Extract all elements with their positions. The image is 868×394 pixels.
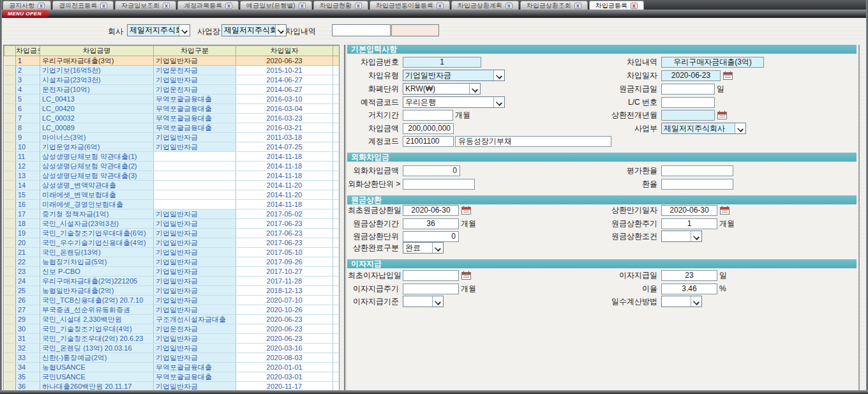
repay-cycle-input[interactable]: 1 <box>661 218 717 229</box>
cell-loan-name[interactable]: 국민_기술창조기업우대대출(6억) <box>40 229 154 238</box>
cell-loan-name[interactable]: 삼성생명_변액약관대출 <box>40 181 154 190</box>
cell-loan-name[interactable]: 삼성생명단체보험 약관대출(2) <box>40 162 154 171</box>
cell-loan-date[interactable]: 2014-11-18 <box>236 200 333 209</box>
cell-loan-name[interactable]: LC_00413 <box>40 95 154 104</box>
cell-loan-code[interactable]: 26 <box>16 296 40 305</box>
cell-loan-code[interactable]: 24 <box>16 277 40 286</box>
grace-period-input[interactable] <box>403 110 453 121</box>
table-row[interactable]: 30 국민_기술창조기업우대(4억) 기업운전자금 2020-06-23 <box>4 324 340 334</box>
cell-loan-type[interactable]: 기업일반자금 <box>154 267 236 277</box>
cell-loan-code[interactable]: 6 <box>16 104 40 114</box>
cell-loan-date[interactable]: 2020-11-17 <box>236 382 333 391</box>
row-selector-cell[interactable] <box>4 344 16 353</box>
cell-loan-date[interactable]: 2017-11-28 <box>236 277 333 286</box>
tab-close-icon[interactable]: x <box>163 3 170 9</box>
cell-loan-name[interactable]: 국민_시설자금(23억3천) <box>40 219 154 229</box>
cell-loan-type[interactable]: 기업운전자금 <box>154 85 236 95</box>
cell-loan-date[interactable]: 2014-11-18 <box>236 152 333 162</box>
cell-loan-date[interactable]: 2014-06-27 <box>236 75 333 85</box>
tab[interactable]: 예금일보(은행별) x <box>240 1 312 10</box>
division-select[interactable]: 제일저지주식회사 <box>661 123 746 134</box>
cell-loan-code[interactable]: 19 <box>16 229 40 238</box>
table-row[interactable]: 8 LC_00089 무역포괄금융대출 2016-03-21 <box>4 123 340 133</box>
cell-loan-type[interactable]: 무역포괄금융대출 <box>154 372 236 382</box>
fx-repay-unit-input[interactable] <box>403 179 475 190</box>
row-selector-cell[interactable] <box>4 267 16 277</box>
cell-loan-type[interactable]: 기업일반자금 <box>154 296 236 305</box>
cell-loan-code[interactable]: 13 <box>16 171 40 181</box>
table-row[interactable]: 31 국민_기술창조우대(2억) 20.6.23 기업일반자금 2020-06-… <box>4 334 340 344</box>
chevron-down-icon[interactable] <box>493 97 504 107</box>
cell-loan-date[interactable]: 2017-09-26 <box>236 257 333 267</box>
company-select[interactable]: 제일저지주식회사 <box>127 24 190 36</box>
row-selector-cell[interactable] <box>4 162 16 171</box>
cell-loan-type[interactable]: 기업일반자금 <box>154 286 236 296</box>
account-code-input[interactable]: 21001100 <box>403 136 454 147</box>
cell-loan-code[interactable]: 1 <box>16 56 40 66</box>
cell-loan-date[interactable]: 2017-06-23 <box>236 238 333 248</box>
column-header-type[interactable]: 차입구분 <box>154 46 236 56</box>
cell-loan-date[interactable]: 2020-06-23 <box>236 315 333 324</box>
row-selector-cell[interactable] <box>4 133 16 142</box>
chevron-down-icon[interactable] <box>275 25 286 36</box>
loan-date-input[interactable]: 2020-06-23 <box>661 70 721 81</box>
cell-loan-date[interactable]: 2011-03-18 <box>236 133 333 142</box>
cell-loan-date[interactable]: 2014-11-20 <box>236 190 333 200</box>
table-row[interactable]: 16 미래에셋_경영인보험대출 2014-11-18 <box>4 200 340 209</box>
table-row[interactable]: 20 국민_우수기술기업신용대출(4억) 기업일반자금 2017-06-23 <box>4 238 340 248</box>
menu-open-button[interactable]: MENU OPEN <box>3 10 49 17</box>
tab[interactable]: 결의전표등록 x <box>52 1 114 10</box>
cell-loan-code[interactable]: 17 <box>16 209 40 219</box>
table-row[interactable]: 6 LC_00420 무역포괄금융대출 2016-03-04 <box>4 104 340 114</box>
cell-loan-type[interactable]: 기업일반자금 <box>154 229 236 238</box>
cell-loan-code[interactable]: 4 <box>16 85 40 95</box>
cell-loan-date[interactable]: 2014-11-18 <box>236 162 333 171</box>
table-row[interactable]: 29 국민_시설대 2,330백만원 구조개선시설자금대출 2020-06-23 <box>4 315 340 324</box>
cell-loan-code[interactable]: 11 <box>16 152 40 162</box>
row-selector-cell[interactable] <box>4 334 16 344</box>
row-selector-cell[interactable] <box>4 95 16 104</box>
chevron-down-icon[interactable] <box>469 84 480 94</box>
cell-loan-type[interactable]: 무역포괄금융대출 <box>154 363 236 372</box>
table-row[interactable]: 13 삼성생명단체보험 약관대출(3) 2014-11-18 <box>4 171 340 181</box>
cell-loan-date[interactable]: 2020-06-23 <box>236 334 333 344</box>
cell-loan-code[interactable]: 9 <box>16 133 40 142</box>
cell-loan-date[interactable]: 2015-10-21 <box>236 66 333 75</box>
day-count-method-select[interactable] <box>661 296 702 307</box>
calendar-icon[interactable] <box>461 271 471 280</box>
rollover-ym-input[interactable] <box>661 110 715 121</box>
cell-loan-type[interactable] <box>154 181 236 190</box>
cell-loan-name[interactable]: 부국증권_선순위유동화증권 <box>40 305 154 315</box>
cell-loan-name[interactable]: 국민_기술창조우대(2억) 20.6.23 <box>40 334 154 344</box>
calendar-icon[interactable] <box>461 206 471 215</box>
row-selector-cell[interactable] <box>4 56 16 66</box>
row-selector-cell[interactable] <box>4 353 16 363</box>
cell-loan-type[interactable]: 기업일반자금 <box>154 382 236 391</box>
cell-loan-code[interactable]: 35 <box>16 372 40 382</box>
cell-loan-code[interactable]: 34 <box>16 363 40 372</box>
row-selector-cell[interactable] <box>4 305 16 315</box>
table-row[interactable]: 33 신한(-)통장예금(2억) 기업일반자금 2020-08-03 <box>4 353 340 363</box>
table-row[interactable]: 1 우리구매자금대출(3억) 기업일반자금 2020-06-23 <box>4 56 340 66</box>
tab[interactable]: 계정과목등록 x <box>177 1 239 10</box>
cell-loan-type[interactable]: 무역포괄금융대출 <box>154 123 236 133</box>
table-row[interactable]: 26 국민_TCB신용대출(2억) 20.7.10 기업일반자금 2020-07… <box>4 296 340 305</box>
repay-unit-input[interactable]: 0 <box>403 231 459 242</box>
table-row[interactable]: 23 신보 P-CBO 기업일반자금 2017-10-27 <box>4 267 340 277</box>
cell-loan-type[interactable]: 기업일반자금 <box>154 344 236 353</box>
row-selector-cell[interactable] <box>4 171 16 181</box>
cell-loan-type[interactable]: 무역포괄금융대출 <box>154 114 236 123</box>
cell-loan-code[interactable]: 12 <box>16 162 40 171</box>
table-row[interactable]: 9 마이너스(3억) 기업일반자금 2011-03-18 <box>4 133 340 142</box>
cell-loan-type[interactable]: 기업일반자금 <box>154 142 236 152</box>
tab[interactable]: 차입금변동이율등록 x <box>370 1 450 10</box>
table-row[interactable]: 32 국민_온랜딩 (13억) 20.03.16 기업일반자금 2020-03-… <box>4 344 340 353</box>
table-row[interactable]: 5 LC_00413 무역포괄금융대출 2016-03-10 <box>4 95 340 104</box>
cell-loan-code[interactable]: 36 <box>16 382 40 391</box>
cell-loan-code[interactable]: 30 <box>16 324 40 334</box>
cell-loan-date[interactable]: 2018-12-13 <box>236 286 333 296</box>
table-row[interactable]: 3 시설자금(23억3천) 기업일반자금 2014-06-27 <box>4 75 340 85</box>
loan-type-select[interactable]: 기업일반자금 <box>403 70 505 81</box>
cell-loan-name[interactable]: 우리구매자금대출(2억)221205 <box>40 277 154 286</box>
table-row[interactable]: 12 삼성생명단체보험 약관대출(2) 2014-11-18 <box>4 162 340 171</box>
